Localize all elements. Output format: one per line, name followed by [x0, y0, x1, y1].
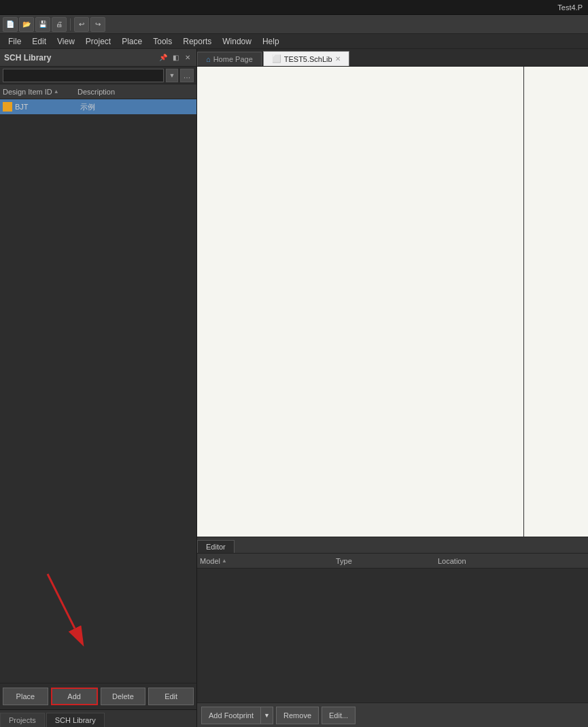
tab-sch-library[interactable]: SCH Library: [46, 713, 105, 727]
editor-col-type: Type: [336, 557, 438, 565]
menu-reports[interactable]: Reports: [177, 35, 217, 48]
bottom-toolbar: Add Footprint ▼ Remove Edit...: [197, 703, 588, 727]
open-btn[interactable]: 📂: [19, 17, 34, 32]
menu-edit[interactable]: Edit: [27, 35, 52, 48]
home-icon: ⌂: [206, 55, 211, 63]
left-panel-bottom: Place Add Delete Edit: [0, 683, 196, 709]
canvas-vertical-line: [523, 67, 524, 537]
component-list: BJT 示例: [0, 99, 196, 683]
tab-schlib[interactable]: ⬜ TEST5.SchLib ✕: [263, 51, 349, 66]
search-more-btn[interactable]: …: [180, 69, 194, 82]
editor-tab-bar: Editor: [197, 537, 588, 554]
sch-library-header: SCH Library 📌 ◧ ✕: [0, 49, 196, 67]
main-layout: SCH Library 📌 ◧ ✕ ▼ … Design Item ID ▲ D…: [0, 49, 588, 727]
add-button[interactable]: Add: [51, 688, 98, 705]
component-icon: [3, 102, 12, 112]
search-input[interactable]: [3, 69, 164, 82]
tab-home-page[interactable]: ⌂ Home Page: [197, 52, 262, 66]
schlib-icon: ⬜: [272, 54, 281, 63]
canvas-area[interactable]: [197, 67, 588, 537]
component-row[interactable]: BJT 示例: [0, 99, 196, 114]
delete-button[interactable]: Delete: [101, 688, 146, 705]
separator-1: [70, 18, 71, 31]
editor-table-header: Model ▲ Type Location: [197, 554, 588, 569]
new-btn[interactable]: 📄: [3, 17, 18, 32]
menu-view[interactable]: View: [52, 35, 80, 48]
editor-col-model: Model ▲: [200, 557, 336, 565]
search-bar: ▼ …: [0, 67, 196, 84]
panel-controls: 📌 ◧ ✕: [158, 53, 192, 63]
editor-col-location: Location: [438, 557, 585, 565]
col-description-header: Description: [77, 88, 194, 96]
menu-project[interactable]: Project: [80, 35, 116, 48]
component-table-header: Design Item ID ▲ Description: [0, 84, 196, 99]
panel-title: SCH Library: [4, 53, 51, 63]
left-panel-tabs: Projects SCH Library: [0, 709, 196, 727]
search-dropdown-btn[interactable]: ▼: [166, 69, 178, 82]
add-footprint-group: Add Footprint ▼: [201, 707, 273, 724]
panel-float-btn[interactable]: ◧: [171, 53, 180, 63]
menu-tools[interactable]: Tools: [148, 35, 177, 48]
panel-close-btn[interactable]: ✕: [183, 53, 192, 63]
place-button[interactable]: Place: [3, 688, 48, 705]
title-bar: Test4.P: [0, 0, 588, 15]
add-footprint-button[interactable]: Add Footprint: [201, 707, 261, 724]
tab-projects[interactable]: Projects: [0, 713, 45, 727]
toolbar: 📄 📂 💾 🖨 ↩ ↪: [0, 15, 588, 34]
menu-help[interactable]: Help: [257, 35, 285, 48]
tab-close-icon[interactable]: ✕: [335, 55, 341, 63]
component-name: BJT: [15, 103, 80, 111]
remove-button[interactable]: Remove: [276, 707, 319, 724]
title-text: Test4.P: [557, 3, 583, 12]
menu-place[interactable]: Place: [116, 35, 148, 48]
top-tabs: ⌂ Home Page ⬜ TEST5.SchLib ✕: [197, 49, 588, 67]
menu-file[interactable]: File: [3, 35, 27, 48]
left-panel: SCH Library 📌 ◧ ✕ ▼ … Design Item ID ▲ D…: [0, 49, 197, 727]
undo-btn[interactable]: ↩: [74, 17, 89, 32]
edit-model-button[interactable]: Edit...: [322, 707, 356, 724]
editor-content: [197, 569, 588, 703]
menu-bar: File Edit View Project Place Tools Repor…: [0, 34, 588, 49]
model-sort-arrow: ▲: [222, 558, 227, 564]
editor-section: Editor Model ▲ Type Location Add Footpri…: [197, 537, 588, 727]
print-btn[interactable]: 🖨: [52, 17, 67, 32]
sort-arrow-design: ▲: [54, 88, 59, 95]
menu-window[interactable]: Window: [217, 35, 257, 48]
editor-tab[interactable]: Editor: [197, 540, 235, 553]
redo-btn[interactable]: ↪: [90, 17, 105, 32]
right-panel: ⌂ Home Page ⬜ TEST5.SchLib ✕ Editor Mode…: [197, 49, 588, 727]
add-footprint-dropdown[interactable]: ▼: [261, 707, 273, 724]
col-design-item-header: Design Item ID ▲: [3, 88, 77, 96]
panel-pin-btn[interactable]: 📌: [158, 53, 168, 63]
component-desc: 示例: [80, 102, 194, 112]
edit-button[interactable]: Edit: [148, 688, 194, 705]
save-btn[interactable]: 💾: [35, 17, 50, 32]
